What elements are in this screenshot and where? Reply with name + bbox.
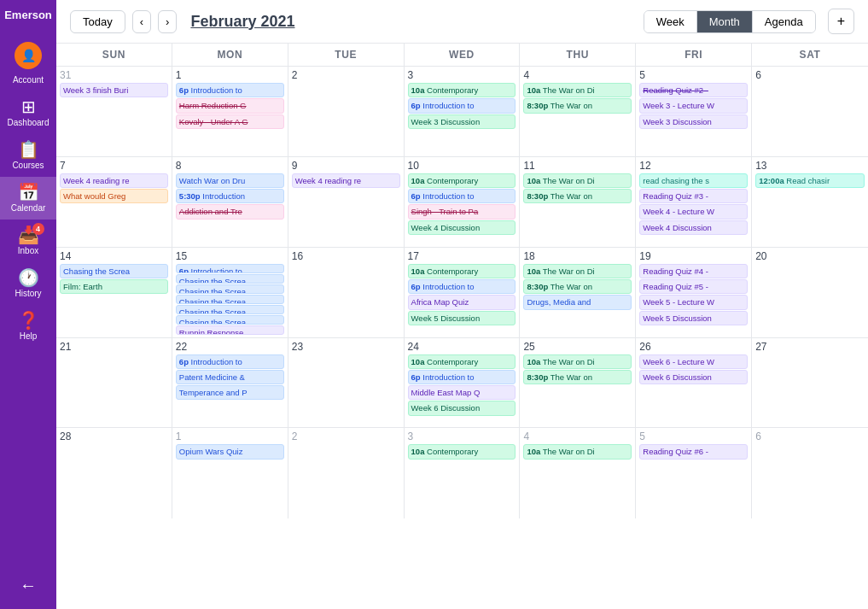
event-chip-1-4-1[interactable]: 8:30p The War on [523, 189, 632, 203]
day-cell-3-3[interactable]: 2410a Contemporary6p Introduction toMidd… [405, 338, 521, 428]
event-chip-3-5-0[interactable]: Week 6 - Lecture W [639, 354, 748, 369]
event-chip-0-1-2[interactable]: Kovaly - Under A G [176, 114, 284, 129]
event-chip-1-1-2[interactable]: Addiction and Tre [176, 204, 284, 219]
event-chip-2-3-0[interactable]: 10a Contemporary [408, 264, 516, 278]
event-chip-4-4-0[interactable]: 10a The War on Di [523, 444, 632, 459]
event-chip-2-4-2[interactable]: Drugs, Media and [523, 295, 632, 309]
event-chip-1-0-1[interactable]: What would Greg [60, 189, 168, 203]
day-cell-1-5[interactable]: 12read chasing the sReading Quiz #3 -Wee… [636, 157, 752, 247]
day-cell-3-4[interactable]: 2510a The War on Di8:30p The War on [520, 338, 636, 428]
event-chip-0-0-0[interactable]: Week 3 finish Buri [60, 83, 168, 97]
event-chip-2-1-2[interactable]: Chasing the Screa [176, 284, 284, 294]
event-chip-2-1-1[interactable]: Chasing the Screa [176, 274, 284, 284]
event-chip-2-3-1[interactable]: 6p Introduction to [408, 279, 516, 294]
sidebar-item-calendar[interactable]: 📅 Calendar [0, 177, 56, 220]
day-cell-4-6[interactable]: 6 [752, 428, 868, 518]
event-chip-4-5-0[interactable]: Reading Quiz #6 - [639, 444, 748, 459]
event-chip-1-3-1[interactable]: 6p Introduction to [408, 189, 516, 203]
sidebar-item-help[interactable]: ❓ Help [0, 305, 56, 348]
event-chip-3-3-2[interactable]: Middle East Map Q [408, 385, 516, 400]
day-cell-2-5[interactable]: 19Reading Quiz #4 -Reading Quiz #5 -Week… [636, 248, 752, 337]
event-chip-1-5-2[interactable]: Week 4 - Lecture W [639, 204, 748, 219]
day-cell-0-1[interactable]: 16p Introduction toHarm Reduction GKoval… [172, 67, 288, 156]
event-chip-2-4-0[interactable]: 10a The War on Di [523, 264, 632, 278]
event-chip-2-5-1[interactable]: Reading Quiz #5 - [639, 279, 748, 294]
event-chip-2-0-1[interactable]: Film: Earth [60, 279, 168, 294]
day-cell-2-4[interactable]: 1810a The War on Di8:30p The War onDrugs… [520, 248, 636, 337]
day-cell-3-1[interactable]: 226p Introduction toPatent Medicine &Tem… [172, 338, 288, 428]
day-cell-1-6[interactable]: 1312:00a Read chasir [752, 157, 868, 247]
event-chip-1-6-0[interactable]: 12:00a Read chasir [755, 173, 865, 188]
event-chip-1-5-3[interactable]: Week 4 Discussion [639, 220, 748, 235]
sidebar-item-history[interactable]: 🕐 History [0, 262, 56, 305]
day-cell-3-5[interactable]: 26Week 6 - Lecture WWeek 6 Discussion [636, 338, 752, 428]
sidebar-item-courses[interactable]: 📋 Courses [0, 134, 56, 177]
day-cell-2-0[interactable]: 14Chasing the ScreaFilm: Earth [56, 248, 172, 337]
day-cell-4-1[interactable]: 1Opium Wars Quiz [172, 428, 288, 518]
event-chip-1-5-1[interactable]: Reading Quiz #3 - [639, 189, 748, 203]
day-cell-0-4[interactable]: 410a The War on Di8:30p The War on [520, 67, 636, 156]
event-chip-1-0-0[interactable]: Week 4 reading re [60, 173, 168, 188]
day-cell-4-3[interactable]: 310a Contemporary [405, 428, 521, 518]
event-chip-0-4-1[interactable]: 8:30p The War on [523, 98, 632, 113]
event-chip-2-1-0[interactable]: 6p Introduction to [176, 264, 284, 273]
event-chip-0-5-1[interactable]: Week 3 - Lecture W [639, 98, 748, 113]
day-cell-2-2[interactable]: 16 [288, 248, 405, 337]
event-chip-1-3-2[interactable]: Singh - Train to Pa [408, 204, 516, 219]
event-chip-0-4-0[interactable]: 10a The War on Di [523, 83, 632, 97]
day-cell-0-2[interactable]: 2 [288, 67, 405, 156]
day-cell-2-3[interactable]: 1710a Contemporary6p Introduction toAfri… [405, 248, 521, 337]
event-chip-1-1-1[interactable]: 5:30p Introduction [176, 189, 284, 203]
event-chip-2-1-4[interactable]: Chasing the Screa [176, 305, 284, 314]
day-cell-1-0[interactable]: 7Week 4 reading reWhat would Greg [56, 157, 172, 247]
event-chip-2-1-5[interactable]: Chasing the Screa [176, 315, 284, 325]
event-chip-3-1-0[interactable]: 6p Introduction to [176, 354, 284, 369]
day-cell-4-0[interactable]: 28 [56, 428, 172, 518]
day-cell-4-2[interactable]: 2 [288, 428, 405, 518]
next-button[interactable]: › [158, 10, 177, 33]
prev-button[interactable]: ‹ [132, 10, 151, 33]
month-view-button[interactable]: Month [697, 11, 753, 32]
event-chip-2-3-2[interactable]: Africa Map Quiz [408, 295, 516, 309]
agenda-view-button[interactable]: Agenda [753, 11, 815, 32]
event-chip-3-3-3[interactable]: Week 6 Discussion [408, 401, 516, 415]
event-chip-2-5-2[interactable]: Week 5 - Lecture W [639, 295, 748, 309]
event-chip-0-1-1[interactable]: Harm Reduction G [176, 98, 284, 113]
day-cell-1-4[interactable]: 1110a The War on Di8:30p The War on [520, 157, 636, 247]
sidebar-item-dashboard[interactable]: ⊞ Dashboard [0, 91, 56, 134]
event-chip-3-3-0[interactable]: 10a Contemporary [408, 354, 516, 369]
event-chip-1-4-0[interactable]: 10a The War on Di [523, 173, 632, 188]
event-chip-2-5-0[interactable]: Reading Quiz #4 - [639, 264, 748, 278]
sidebar-back-button[interactable]: ← [20, 570, 37, 600]
event-chip-2-4-1[interactable]: 8:30p The War on [523, 279, 632, 294]
day-cell-0-5[interactable]: 5Reading Quiz #2 -Week 3 - Lecture WWeek… [636, 67, 752, 156]
day-cell-1-2[interactable]: 9Week 4 reading re [288, 157, 405, 247]
event-chip-2-0-0[interactable]: Chasing the Screa [60, 264, 168, 278]
event-chip-2-1-6[interactable]: Runnin Response [176, 325, 284, 335]
event-chip-1-3-0[interactable]: 10a Contemporary [408, 173, 516, 188]
event-chip-0-3-1[interactable]: 6p Introduction to [408, 98, 516, 113]
event-chip-1-1-0[interactable]: Watch War on Dru [176, 173, 284, 188]
day-cell-0-0[interactable]: 31Week 3 finish Buri [56, 67, 172, 156]
event-chip-3-4-1[interactable]: 8:30p The War on [523, 370, 632, 384]
event-chip-3-5-1[interactable]: Week 6 Discussion [639, 370, 748, 384]
event-chip-4-3-0[interactable]: 10a Contemporary [408, 444, 516, 459]
event-chip-3-4-0[interactable]: 10a The War on Di [523, 354, 632, 369]
event-chip-3-1-1[interactable]: Patent Medicine & [176, 370, 284, 384]
today-button[interactable]: Today [70, 10, 125, 33]
event-chip-0-3-0[interactable]: 10a Contemporary [408, 83, 516, 97]
day-cell-1-3[interactable]: 1010a Contemporary6p Introduction toSing… [405, 157, 521, 247]
sidebar-item-account[interactable]: 👤 Account [0, 35, 56, 91]
day-cell-2-6[interactable]: 20 [752, 248, 868, 337]
event-chip-1-5-0[interactable]: read chasing the s [639, 173, 748, 188]
event-chip-3-3-1[interactable]: 6p Introduction to [408, 370, 516, 384]
day-cell-4-5[interactable]: 5Reading Quiz #6 - [636, 428, 752, 518]
day-cell-3-0[interactable]: 21 [56, 338, 172, 428]
day-cell-1-1[interactable]: 8Watch War on Dru5:30p IntroductionAddic… [172, 157, 288, 247]
event-chip-2-5-3[interactable]: Week 5 Discussion [639, 311, 748, 325]
event-chip-1-2-0[interactable]: Week 4 reading re [292, 173, 400, 188]
event-chip-0-5-2[interactable]: Week 3 Discussion [639, 114, 748, 129]
event-chip-0-1-0[interactable]: 6p Introduction to [176, 83, 284, 97]
event-chip-4-1-0[interactable]: Opium Wars Quiz [176, 444, 284, 459]
add-event-button[interactable]: + [828, 9, 854, 34]
